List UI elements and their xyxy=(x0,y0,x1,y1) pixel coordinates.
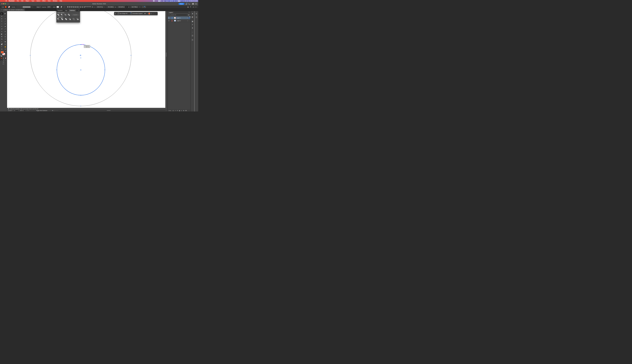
h-field[interactable]: 642.7358 p› xyxy=(131,6,138,8)
collect-for-export-icon[interactable]: ◫ xyxy=(173,110,174,111)
browser-app-icon[interactable]: ◔ xyxy=(165,0,166,2)
exclude-icon[interactable] xyxy=(68,14,70,16)
hand-tool[interactable]: ☝ xyxy=(4,45,7,48)
change-screen-mode-button[interactable]: ◱ xyxy=(0,61,7,63)
w-stepper[interactable]: ▴▾ xyxy=(117,6,117,8)
artboard-number-dropdown[interactable]: 3▾ xyxy=(23,110,26,111)
filter-icon[interactable] xyxy=(188,15,190,16)
tab-align[interactable]: Align xyxy=(64,10,69,12)
stroke-weight-stepper[interactable]: ▴▾ xyxy=(16,6,16,8)
panel-menu-icon[interactable]: ≡ xyxy=(78,10,79,12)
curvature-tool[interactable]: ✑ xyxy=(4,18,7,20)
shear-icon[interactable]: ◹ xyxy=(139,6,140,8)
chevron-down-icon[interactable]: ▾ xyxy=(66,6,66,8)
close-tab-icon[interactable]: × xyxy=(2,9,2,10)
chevron-down-icon[interactable]: ▾ xyxy=(10,6,11,8)
wechat-icon[interactable]: ☻99+ xyxy=(170,0,173,2)
drag-handle[interactable] xyxy=(115,13,116,14)
perspective-grid-tool[interactable]: ⊿ xyxy=(4,33,7,35)
zoom-level-dropdown[interactable]: 139.55%▾ xyxy=(7,110,13,111)
expand-layer-icon[interactable]: › xyxy=(173,20,174,21)
target-circle-icon[interactable]: ○ xyxy=(187,20,189,21)
draw-behind-button[interactable]: ❏ xyxy=(2,59,4,61)
merge-icon[interactable] xyxy=(65,18,67,20)
menu-view[interactable]: View xyxy=(47,0,52,2)
chevron-left-icon[interactable]: ⟨ xyxy=(54,110,54,111)
gradient-panel-icon[interactable]: ◩ xyxy=(190,16,194,19)
h-stepper[interactable]: ▴▾ xyxy=(130,6,130,8)
default-fill-stroke-icon[interactable] xyxy=(0,55,2,56)
menu-select[interactable]: Select xyxy=(36,0,41,2)
first-artboard-button[interactable]: ❘◀ xyxy=(20,110,21,111)
notification-icon[interactable]: ◗ xyxy=(183,0,184,2)
y-stepper[interactable]: ▴▾ xyxy=(106,6,106,8)
selection-tool[interactable]: ▶ xyxy=(4,12,7,15)
stroke-weight-icon[interactable]: ≡ xyxy=(151,13,152,14)
previous-artboard-button[interactable]: ◀ xyxy=(22,110,22,111)
drag-handle[interactable] xyxy=(1,6,1,8)
music-app-icon[interactable]: ◉ xyxy=(163,0,164,2)
slice-tool[interactable]: ✁ xyxy=(0,45,4,48)
locate-object-icon[interactable]: ⚲ xyxy=(177,110,178,111)
swap-fill-stroke-icon[interactable]: ⇄ xyxy=(5,51,6,52)
overflow-chevron-icon[interactable]: › xyxy=(52,6,52,8)
horizontal-distribute-left-icon[interactable] xyxy=(85,6,87,8)
color-mode-button[interactable] xyxy=(0,57,2,59)
outline-icon[interactable] xyxy=(73,18,75,20)
tab-layers[interactable]: Layers xyxy=(168,12,174,14)
draw-inside-button[interactable]: ❏ xyxy=(4,59,6,61)
chevron-down-icon[interactable]: ▾ xyxy=(60,6,60,8)
x-field[interactable]: 200.3172 p› xyxy=(96,6,104,8)
y-field[interactable]: -301.2828 p xyxy=(107,6,114,8)
minus-back-icon[interactable] xyxy=(76,18,78,20)
vertical-scrollbar-thumb[interactable] xyxy=(166,52,167,57)
mesh-tool[interactable]: ⊞ xyxy=(0,35,4,38)
libraries-panel-icon[interactable]: ◫ xyxy=(195,16,198,19)
vertical-align-center-icon[interactable] xyxy=(75,6,76,8)
tab-transform[interactable]: Transform xyxy=(56,10,64,12)
snap-to-pixel-icon[interactable]: P xyxy=(190,6,191,8)
horizontal-distribute-center-icon[interactable] xyxy=(87,6,89,8)
menu-effect[interactable]: Effect xyxy=(41,0,47,2)
width-tool[interactable]: ∿ xyxy=(0,30,4,33)
horizontal-align-left-icon[interactable] xyxy=(67,6,68,8)
crop-icon[interactable] xyxy=(69,18,71,20)
w-field[interactable]: 615.5187 p› xyxy=(118,6,125,8)
canvas[interactable]: anchor X: 200.32 px Y: -380.61 px xyxy=(7,11,165,108)
layer-name[interactable]: Layer 2 xyxy=(177,20,187,21)
vertical-align-bottom-icon[interactable] xyxy=(77,6,78,8)
stroke-weight-field[interactable]: ▾ xyxy=(17,6,22,8)
column-graph-tool[interactable]: ▟ xyxy=(0,43,4,45)
direct-selection-tool[interactable]: ▷ xyxy=(0,12,3,15)
stroke-panel-icon[interactable]: ◌ xyxy=(190,30,194,34)
word-doc-icon[interactable]: W3 xyxy=(153,0,155,2)
play-icon[interactable]: ▶ xyxy=(52,110,53,111)
magic-wand-tool[interactable]: ✶ xyxy=(0,15,4,18)
next-artboard-button[interactable]: ▶ xyxy=(27,110,28,111)
menu-help[interactable]: Help xyxy=(58,0,63,2)
layer-thumbnail[interactable] xyxy=(174,17,176,19)
horizontal-align-right-icon[interactable] xyxy=(71,6,72,8)
recolor-artwork-icon[interactable] xyxy=(61,6,62,8)
gen-shape-fill-button[interactable]: Gen Shape Fill xyxy=(116,12,128,15)
intersect-icon[interactable] xyxy=(64,14,66,16)
chevron-down-icon[interactable]: ▾ xyxy=(7,6,8,8)
transform-box-icon[interactable] xyxy=(142,6,144,8)
current-tool-label[interactable]: Toggle Direct Selection xyxy=(36,110,47,111)
paintbrush-tool[interactable]: ✐ xyxy=(4,22,7,25)
transform-panel-icon[interactable]: ◫ xyxy=(190,34,194,37)
vertical-align-top-icon[interactable] xyxy=(73,6,74,8)
layer-name[interactable]: Layer 1 xyxy=(177,17,187,18)
menu-file[interactable]: File xyxy=(16,0,20,2)
gradient-mode-button[interactable] xyxy=(2,57,4,59)
menu-clock[interactable]: Fri Feb 27 12:03 xyxy=(188,0,197,2)
apple-menu-icon[interactable]: ⌘ xyxy=(5,0,8,2)
close-panel-icon[interactable]: × xyxy=(57,8,58,10)
generative-expand-button[interactable]: Generative Expand xyxy=(130,12,144,15)
menu-window[interactable]: Window xyxy=(52,0,58,2)
device-app-icon[interactable]: ▯ xyxy=(168,0,169,2)
panel-header[interactable]: × « xyxy=(56,8,80,10)
vertical-distribute-center-icon[interactable] xyxy=(81,6,83,8)
layers-search-input[interactable]: Search All xyxy=(169,14,187,16)
variable-width-profile-dropdown[interactable] xyxy=(22,6,30,8)
